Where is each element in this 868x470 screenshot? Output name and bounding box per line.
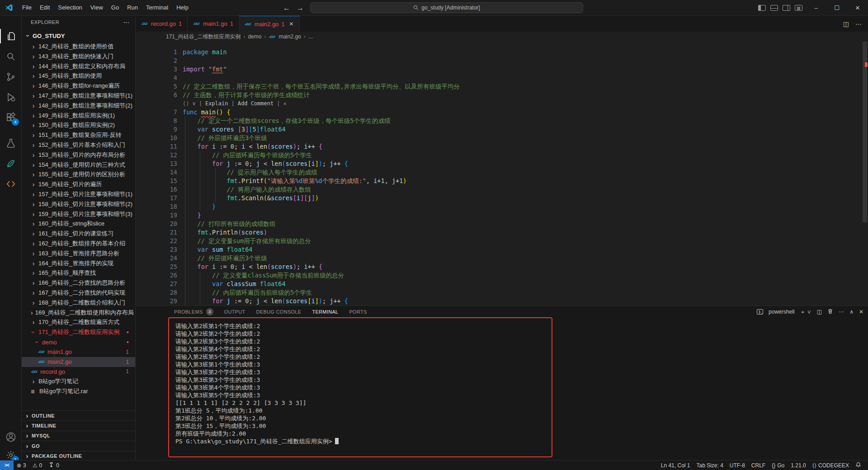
split-editor-icon[interactable]: ◫ [843, 20, 849, 28]
panel-tab-output[interactable]: OUTPUT [224, 306, 245, 318]
editor-more-icon[interactable]: ⋯ [855, 20, 862, 28]
more-actions-icon[interactable]: ⋯ [839, 309, 844, 315]
tree-item[interactable]: ›169_尚硅谷_二维数组使用和内存布局 [22, 308, 135, 318]
status-tower-icon[interactable]: 0 [45, 461, 62, 470]
tree-item[interactable]: ›demo● [22, 337, 135, 347]
menu-file[interactable]: File [18, 4, 36, 11]
tree-item[interactable]: ›155_尚硅谷_使用切片的区别分析 [22, 169, 135, 179]
tree-item[interactable]: ›164_尚硅谷_冒泡排序的实现 [22, 258, 135, 268]
tree-item[interactable]: ›145_尚硅谷_数组的使用 [22, 71, 135, 81]
tree-item[interactable]: ›162_尚硅谷_数组排序的基本介绍 [22, 239, 135, 249]
status-item-codegeex-icon[interactable]: ⟨⟩CODEGEEX [809, 461, 852, 470]
code-editor[interactable]: 1package main23import "fmt"45// 定义二维数组，用… [136, 42, 868, 306]
status-item[interactable]: 1.21.0 [788, 461, 809, 470]
workspace-root-folder[interactable]: › GO_STUDY [22, 31, 135, 41]
menu-help[interactable]: Help [172, 4, 193, 11]
breadcrumb-item[interactable]: ... [308, 33, 313, 40]
tree-item[interactable]: ›167_尚硅谷_二分查找的代码实现 [22, 288, 135, 298]
new-terminal-icon[interactable]: ＋ ∨ [800, 308, 811, 316]
tree-item[interactable]: ›158_尚硅谷_切片注意事项和细节(2) [22, 199, 135, 209]
chevron-down-icon[interactable]: ∨ [192, 99, 195, 108]
tree-item[interactable]: -GOmain2.go1 [22, 357, 135, 367]
tab-main1.go[interactable]: -GOmain1.go1 [188, 16, 239, 32]
status-warning-icon[interactable]: ⚠0 [29, 461, 45, 470]
tree-item[interactable]: -GOrecord.go1 [22, 367, 135, 376]
tab-record.go[interactable]: -GOrecord.go1 [136, 16, 188, 32]
codegeex-view-icon[interactable] [0, 175, 22, 193]
status-item[interactable]: CRLF [748, 461, 769, 470]
sidebar-section-go[interactable]: ›GO [22, 441, 135, 451]
tab-close-icon[interactable]: ✕ [289, 21, 294, 27]
toggle-panel-icon[interactable] [770, 5, 778, 11]
status-item[interactable]: UTF-8 [726, 461, 748, 470]
close-panel-icon[interactable]: ✕ [859, 309, 863, 315]
tree-item[interactable]: ›168_尚硅谷_二维数组介绍和入门 [22, 298, 135, 308]
sidebar-section-package-outline[interactable]: ›PACKAGE OUTLINE [22, 451, 135, 460]
panel-tab-problems[interactable]: PROBLEMS3 [174, 306, 213, 318]
menu-view[interactable]: View [86, 4, 107, 11]
tree-item[interactable]: ›163_尚硅谷_冒泡排序思路分析 [22, 249, 135, 258]
toggle-secondary-sidebar-icon[interactable] [783, 5, 790, 11]
tree-item[interactable]: ›171_尚硅谷_二维数组应用实例● [22, 327, 135, 337]
widget-action-add-comment[interactable]: Add Comment [238, 99, 274, 108]
tree-item[interactable]: ›160_尚硅谷_string和slice [22, 219, 135, 229]
tree-item[interactable]: ›149_尚硅谷_数组应用实例(1) [22, 111, 135, 121]
status-error-icon[interactable]: ⊗3 [14, 461, 29, 470]
maximize-button[interactable]: ☐ [826, 0, 847, 16]
breadcrumb-item[interactable]: demo [248, 33, 261, 40]
panel-tab-terminal[interactable]: TERMINAL [312, 306, 338, 318]
status-item-bell-icon[interactable] [852, 461, 864, 470]
sidebar-section-mysql[interactable]: ›MYSQL [22, 431, 135, 441]
tree-item[interactable]: ›166_尚硅谷_二分查找的思路分析 [22, 278, 135, 288]
command-center-search[interactable]: go_study [Administrator] [310, 2, 583, 13]
source-control-icon[interactable] [0, 68, 22, 86]
nav-back-icon[interactable]: ← [283, 4, 290, 12]
tree-item[interactable]: ›143_尚硅谷_数组的快速入门 [22, 52, 135, 61]
sidebar-section-outline[interactable]: ›OUTLINE [22, 410, 135, 420]
nav-forward-icon[interactable]: → [297, 4, 304, 12]
tree-item[interactable]: ›142_尚硅谷_数组的使用价值 [22, 42, 135, 52]
extensions-icon[interactable]: 4 [0, 108, 22, 127]
toggle-sidebar-icon[interactable] [758, 5, 766, 11]
widget-close-icon[interactable]: ✕ [283, 99, 286, 108]
panel-tab-debug-console[interactable]: DEBUG CONSOLE [256, 306, 302, 318]
menu-edit[interactable]: Edit [36, 4, 54, 11]
terminal-name[interactable]: powershell [769, 309, 794, 315]
explorer-more-icon[interactable]: ⋯ [123, 19, 130, 26]
tree-item[interactable]: ≣B站go学习笔记.rar [22, 386, 135, 396]
tree-item[interactable]: ›153_尚硅谷_切片的内存布局分析 [22, 150, 135, 160]
tree-item[interactable]: ›157_尚硅谷_切片注意事项和细节(1) [22, 189, 135, 199]
breadcrumb-item[interactable]: 171_尚硅谷_二维数组应用实例 [166, 33, 241, 41]
tree-item[interactable]: ›151_尚硅谷_数组复杂应用-反转 [22, 130, 135, 140]
close-button[interactable]: ✕ [847, 0, 868, 16]
tree-item[interactable]: ›150_尚硅谷_数组应用实例(2) [22, 120, 135, 130]
sidebar-section-timeline[interactable]: ›TIMELINE [22, 420, 135, 430]
breadcrumb-item[interactable]: main2.go [278, 33, 301, 40]
status-item[interactable]: Ln 41, Col 1 [658, 461, 693, 470]
database-leaf-icon[interactable] [0, 155, 22, 173]
tree-item[interactable]: ›159_尚硅谷_切片注意事项和细节(3) [22, 209, 135, 219]
kill-terminal-icon[interactable] [827, 308, 833, 315]
menu-go[interactable]: Go [107, 4, 123, 11]
minimize-button[interactable]: – [806, 0, 826, 16]
customize-layout-icon[interactable]: ▦ [795, 5, 802, 11]
breadcrumb[interactable]: 171_尚硅谷_二维数组应用实例›demo›-GOmain2.go›... [136, 32, 868, 42]
menu-run[interactable]: Run [123, 4, 142, 11]
codegeex-inline-widget[interactable]: ⟨⟩∨|Explain|Add Comment|✕ [183, 99, 287, 108]
tab-main2.go[interactable]: -GOmain2.go1✕ [239, 16, 300, 32]
tree-item[interactable]: ›161_尚硅谷_切片的课堂练习 [22, 229, 135, 239]
status-item[interactable]: Tab Size: 4 [693, 461, 726, 470]
terminal-prompt[interactable]: PS G:\task\go_study\171_尚硅谷_二维数组应用实例> [175, 437, 339, 445]
scrollbar-slider[interactable] [863, 42, 867, 222]
maximize-panel-icon[interactable]: ∧ [849, 309, 854, 315]
status-item-go-lang-icon[interactable]: {}Go [769, 461, 788, 470]
widget-action-explain[interactable]: Explain [205, 99, 228, 108]
menu-terminal[interactable]: Terminal [142, 4, 172, 11]
panel-tab-ports[interactable]: PORTS [349, 306, 367, 318]
explorer-icon[interactable] [0, 27, 22, 45]
tree-item[interactable]: ›156_尚硅谷_切片的遍历 [22, 179, 135, 189]
account-icon[interactable] [0, 428, 22, 446]
tree-item[interactable]: ›152_尚硅谷_切片基本介绍和入门 [22, 140, 135, 150]
tree-item[interactable]: ›147_尚硅谷_数组注意事项和细节(1) [22, 91, 135, 101]
remote-indicator[interactable]: >< [0, 461, 14, 470]
